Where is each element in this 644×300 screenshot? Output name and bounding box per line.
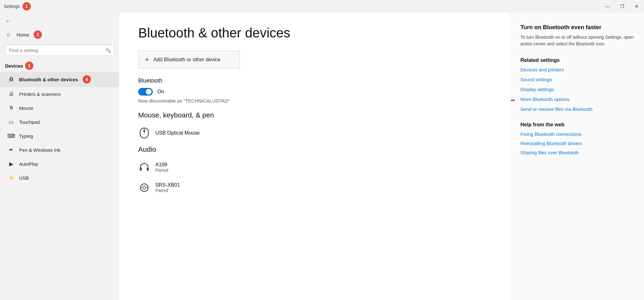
svg-rect-4 [147, 168, 149, 171]
autoplay-icon: ▶ [8, 160, 15, 167]
minimize-button[interactable]: — [600, 0, 615, 13]
sidebar-item-mouse[interactable]: 🖱 Mouse [0, 101, 119, 115]
usb-icon: ⚡ [8, 174, 15, 181]
sidebar-item-usb[interactable]: ⚡ USB [0, 171, 119, 185]
search-input[interactable] [5, 45, 114, 56]
device-item-mouse: USB Optical Mouse [138, 125, 491, 141]
related-section: Related settings Devices and printers So… [520, 57, 634, 112]
sidebar-item-bluetooth[interactable]: ⎙ Bluetooth & other devices 4 [0, 72, 119, 87]
app-title: Settings [4, 4, 20, 9]
svg-point-2 [143, 130, 145, 132]
sidebar-item-pen[interactable]: ✒ Pen & Windows Ink [0, 143, 119, 157]
sidebar-section-devices: Devices 3 [0, 60, 119, 72]
printers-label: Printers & scanners [19, 91, 61, 97]
bluetooth-label: Bluetooth & other devices [19, 77, 78, 82]
bluetooth-toggle-label: Bluetooth [138, 77, 491, 84]
bluetooth-toggle[interactable] [138, 88, 153, 96]
touchpad-icon: ▭ [8, 118, 15, 125]
mouse-label: Mouse [19, 105, 33, 111]
sidebar-item-printers[interactable]: 🖨 Printers & scanners [0, 87, 119, 101]
svg-rect-3 [140, 168, 142, 171]
sidebar: ← ⌂ Home 2 🔍 Devices 3 ⎙ Bluetooth & oth… [0, 13, 119, 300]
link-send-receive[interactable]: Send or receive files via Bluetooth [520, 106, 634, 112]
sidebar-top: ← [0, 15, 119, 27]
toggle-on-label: On [157, 89, 164, 95]
bluetooth-icon: ⎙ [8, 76, 15, 83]
pink-arrow [511, 91, 515, 110]
related-title: Related settings [520, 57, 634, 63]
page-title: Bluetooth & other devices [138, 25, 491, 41]
add-device-button[interactable]: + Add Bluetooth or other device [138, 51, 240, 69]
search-icon: 🔍 [105, 48, 111, 53]
discoverable-text: Now discoverable as "TECHNICALUSTAD" [138, 98, 491, 103]
main-content: Bluetooth & other devices + Add Bluetoot… [119, 13, 511, 300]
search-wrap: 🔍 [5, 45, 114, 56]
toggle-row: On [138, 88, 491, 96]
tip-section: Turn on Bluetooth even faster To turn Bl… [520, 24, 634, 47]
more-bluetooth-row: More Bluetooth options 5 [520, 97, 634, 102]
link-devices-printers[interactable]: Devices and printers [520, 67, 634, 72]
add-device-label: Add Bluetooth or other device [153, 57, 220, 63]
toggle-knob [146, 89, 152, 95]
device-mouse-icon [138, 127, 150, 139]
home-label: Home [17, 32, 29, 37]
device-name-srs: SRS-XB01 [155, 182, 180, 188]
link-sound-settings[interactable]: Sound settings [520, 77, 634, 82]
device-info-a109: A109 Paired [155, 162, 168, 173]
maximize-button[interactable]: ❐ [615, 0, 629, 13]
device-name-mouse: USB Optical Mouse [155, 130, 200, 136]
sidebar-item-typing[interactable]: ⌨ Typing [0, 129, 119, 143]
device-item-a109: A109 Paired [138, 159, 491, 175]
back-button[interactable]: ← [5, 18, 11, 24]
device-info-mouse: USB Optical Mouse [155, 130, 200, 136]
svg-point-6 [143, 186, 146, 189]
device-info-srs: SRS-XB01 Paired [155, 182, 180, 193]
usb-label: USB [19, 175, 29, 181]
tip-title: Turn on Bluetooth even faster [520, 24, 634, 31]
titlebar: Settings 1 — ❐ ✕ [0, 0, 644, 13]
link-display-settings[interactable]: Display settings [520, 87, 634, 92]
mouse-icon: 🖱 [8, 104, 15, 111]
device-headset-icon [138, 161, 150, 173]
printer-icon: 🖨 [8, 90, 15, 97]
title-badge: 1 [23, 2, 31, 10]
link-more-bluetooth[interactable]: More Bluetooth options [520, 97, 634, 102]
link-fixing[interactable]: Fixing Bluetooth connections [520, 131, 634, 137]
sidebar-item-home[interactable]: ⌂ Home 2 [0, 27, 119, 42]
tip-description: To turn Bluetooth on or off without open… [520, 34, 634, 47]
home-icon: ⌂ [5, 31, 12, 38]
plus-icon: + [145, 56, 149, 64]
close-button[interactable]: ✕ [629, 0, 644, 13]
device-item-srs: SRS-XB01 Paired [138, 180, 491, 196]
link-sharing[interactable]: Sharing files over Bluetooth [520, 150, 634, 155]
typing-icon: ⌨ [8, 132, 15, 139]
pen-icon: ✒ [8, 146, 15, 153]
bluetooth-badge: 4 [83, 75, 91, 83]
section-title-audio: Audio [138, 145, 491, 154]
home-badge: 2 [34, 30, 42, 39]
window-controls: — ❐ ✕ [600, 0, 644, 13]
link-reinstalling[interactable]: Reinstalling Bluetooth drivers [520, 141, 634, 146]
help-section: Help from the web Fixing Bluetooth conne… [520, 122, 634, 155]
autoplay-label: AutoPlay [19, 161, 38, 167]
typing-label: Typing [19, 133, 33, 139]
app-body: ← ⌂ Home 2 🔍 Devices 3 ⎙ Bluetooth & oth… [0, 13, 644, 300]
bluetooth-section: Bluetooth On Now discoverable as "TECHNI… [138, 77, 491, 103]
device-status-a109: Paired [155, 168, 168, 173]
pen-label: Pen & Windows Ink [19, 147, 60, 153]
sidebar-item-touchpad[interactable]: ▭ Touchpad [0, 115, 119, 129]
section-title-mouse: Mouse, keyboard, & pen [138, 111, 491, 119]
help-title: Help from the web [520, 122, 634, 128]
touchpad-label: Touchpad [19, 119, 40, 125]
sidebar-item-autoplay[interactable]: ▶ AutoPlay [0, 157, 119, 171]
device-status-srs: Paired [155, 188, 180, 193]
device-name-a109: A109 [155, 162, 168, 168]
section-badge: 3 [25, 62, 33, 70]
right-panel: Turn on Bluetooth even faster To turn Bl… [511, 13, 644, 300]
device-speaker-icon [138, 182, 150, 194]
section-label: Devices [5, 63, 23, 69]
